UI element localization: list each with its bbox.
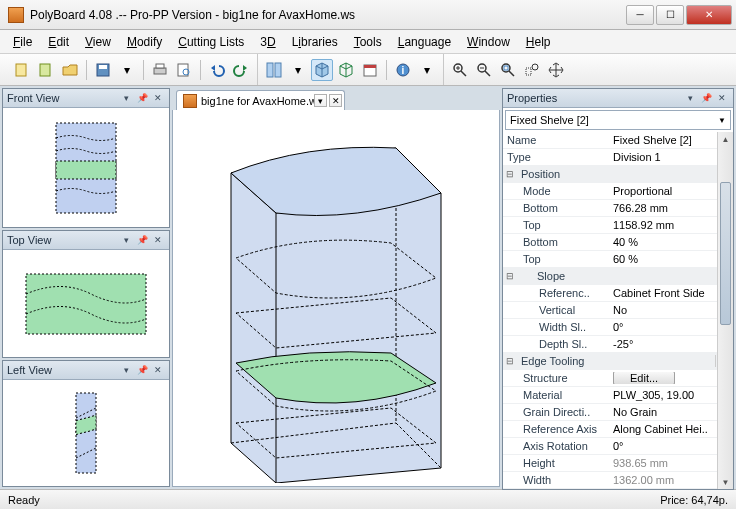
pin-icon[interactable]: 📌	[135, 363, 149, 377]
menu-language[interactable]: Language	[391, 32, 458, 52]
menu-window[interactable]: Window	[460, 32, 517, 52]
view-layout-dropdown-icon[interactable]: ▾	[287, 59, 309, 81]
property-value[interactable]: Division 1	[609, 151, 733, 163]
property-value[interactable]: Along Cabinet Hei..	[609, 423, 733, 435]
front-view-thumbnail[interactable]	[3, 108, 169, 227]
panel-menu-icon[interactable]: ▾	[119, 233, 133, 247]
property-row[interactable]: Axis Rotation0°	[503, 438, 733, 455]
expand-icon[interactable]: ⊟	[503, 271, 517, 281]
panel-menu-icon[interactable]: ▾	[683, 91, 697, 105]
property-row[interactable]: Height938.65 mm	[503, 455, 733, 472]
save-dropdown-icon[interactable]: ▾	[116, 59, 138, 81]
expand-icon[interactable]: ⊟	[503, 356, 517, 366]
property-row[interactable]: Width1362.00 mm	[503, 472, 733, 489]
panel-menu-icon[interactable]: ▾	[119, 91, 133, 105]
property-row[interactable]: Grain Directi..No Grain	[503, 404, 733, 421]
pin-icon[interactable]: 📌	[135, 233, 149, 247]
zoom-fit-icon[interactable]	[497, 59, 519, 81]
new-cabinet-icon[interactable]	[11, 59, 33, 81]
property-value[interactable]: Proportional	[609, 185, 733, 197]
property-row[interactable]: Referenc..Cabinet Front Side	[503, 285, 733, 302]
zoom-drag-icon[interactable]	[521, 59, 543, 81]
menu-help[interactable]: Help	[519, 32, 558, 52]
property-value[interactable]: Fixed Shelve [2]	[609, 134, 733, 146]
view-calendar-icon[interactable]	[359, 59, 381, 81]
menu-edit[interactable]: Edit	[41, 32, 76, 52]
scroll-up-icon[interactable]: ▲	[718, 132, 733, 146]
left-view-thumbnail[interactable]	[3, 380, 169, 486]
menu-modify[interactable]: Modify	[120, 32, 169, 52]
view-wireframe-icon[interactable]	[335, 59, 357, 81]
zoom-in-icon[interactable]	[449, 59, 471, 81]
panel-menu-icon[interactable]: ▾	[119, 363, 133, 377]
scroll-thumb[interactable]	[720, 182, 731, 325]
property-value[interactable]: No	[609, 304, 733, 316]
property-value[interactable]: 40 %	[609, 236, 733, 248]
property-row[interactable]: Top1158.92 mm	[503, 217, 733, 234]
property-row[interactable]: VerticalNo	[503, 302, 733, 319]
property-value[interactable]: 60 %	[609, 253, 733, 265]
property-value[interactable]: 938.65 mm	[609, 457, 733, 469]
print-preview-icon[interactable]	[173, 59, 195, 81]
property-value[interactable]: 1362.00 mm	[609, 474, 733, 486]
property-row[interactable]: Bottom40 %	[503, 234, 733, 251]
menu-cutting-lists[interactable]: Cutting Lists	[171, 32, 251, 52]
property-value[interactable]: 0°	[609, 321, 733, 333]
view-layout-icon[interactable]	[263, 59, 285, 81]
redo-icon[interactable]	[230, 59, 252, 81]
property-row[interactable]: MaterialPLW_305, 19.00	[503, 387, 733, 404]
property-value[interactable]: No Grain	[609, 406, 733, 418]
tab-menu-icon[interactable]: ▾	[314, 94, 327, 107]
open-icon[interactable]	[59, 59, 81, 81]
scroll-down-icon[interactable]: ▼	[718, 475, 733, 489]
undo-icon[interactable]	[206, 59, 228, 81]
property-value[interactable]: 0°	[609, 440, 733, 452]
property-row[interactable]: Depth Sl..-25°	[503, 336, 733, 353]
menu-3d[interactable]: 3D	[253, 32, 282, 52]
menu-tools[interactable]: Tools	[347, 32, 389, 52]
menu-libraries[interactable]: Libraries	[285, 32, 345, 52]
property-row[interactable]: TypeDivision 1	[503, 149, 733, 166]
menu-file[interactable]: File	[6, 32, 39, 52]
panel-close-icon[interactable]: ✕	[151, 363, 165, 377]
3d-viewport[interactable]	[172, 110, 500, 487]
zoom-out-icon[interactable]	[473, 59, 495, 81]
panel-close-icon[interactable]: ✕	[151, 91, 165, 105]
property-row[interactable]: NameFixed Shelve [2]	[503, 132, 733, 149]
pin-icon[interactable]: 📌	[699, 91, 713, 105]
info-icon[interactable]: i	[392, 59, 414, 81]
new-project-icon[interactable]	[35, 59, 57, 81]
property-row[interactable]: Width Sl..0°	[503, 319, 733, 336]
tab-close-icon[interactable]: ✕	[329, 94, 342, 107]
scrollbar[interactable]: ▲ ▼	[717, 132, 733, 489]
info-dropdown-icon[interactable]: ▾	[416, 59, 438, 81]
minimize-button[interactable]: ─	[626, 5, 654, 25]
panel-close-icon[interactable]: ✕	[151, 233, 165, 247]
expand-icon[interactable]: ⊟	[503, 169, 517, 179]
edit-button[interactable]: Edit...	[613, 372, 675, 384]
pan-icon[interactable]	[545, 59, 567, 81]
print-icon[interactable]	[149, 59, 171, 81]
property-row[interactable]: Bottom766.28 mm	[503, 200, 733, 217]
view-3d-icon[interactable]	[311, 59, 333, 81]
top-view-thumbnail[interactable]	[3, 250, 169, 357]
property-group[interactable]: ⊟Position	[503, 166, 733, 183]
maximize-button[interactable]: ☐	[656, 5, 684, 25]
property-group[interactable]: ⊟Slope	[503, 268, 733, 285]
property-value[interactable]: Cabinet Front Side	[609, 287, 733, 299]
property-value[interactable]: -25°	[609, 338, 733, 350]
property-row[interactable]: ModeProportional	[503, 183, 733, 200]
save-icon[interactable]	[92, 59, 114, 81]
property-value[interactable]: 766.28 mm	[609, 202, 733, 214]
property-row[interactable]: StructureEdit...	[503, 370, 733, 387]
property-row[interactable]: Reference AxisAlong Cabinet Hei..	[503, 421, 733, 438]
property-value[interactable]: 1158.92 mm	[609, 219, 733, 231]
property-row[interactable]: Top60 %	[503, 251, 733, 268]
pin-icon[interactable]: 📌	[135, 91, 149, 105]
menu-view[interactable]: View	[78, 32, 118, 52]
object-selector-dropdown[interactable]: Fixed Shelve [2] ▼	[505, 110, 731, 130]
property-group[interactable]: ⊟Edge Tooling...	[503, 353, 733, 370]
panel-close-icon[interactable]: ✕	[715, 91, 729, 105]
property-value[interactable]: PLW_305, 19.00	[609, 389, 733, 401]
document-tab[interactable]: big1ne for AvaxHome.ws ▾ ✕	[176, 90, 345, 110]
